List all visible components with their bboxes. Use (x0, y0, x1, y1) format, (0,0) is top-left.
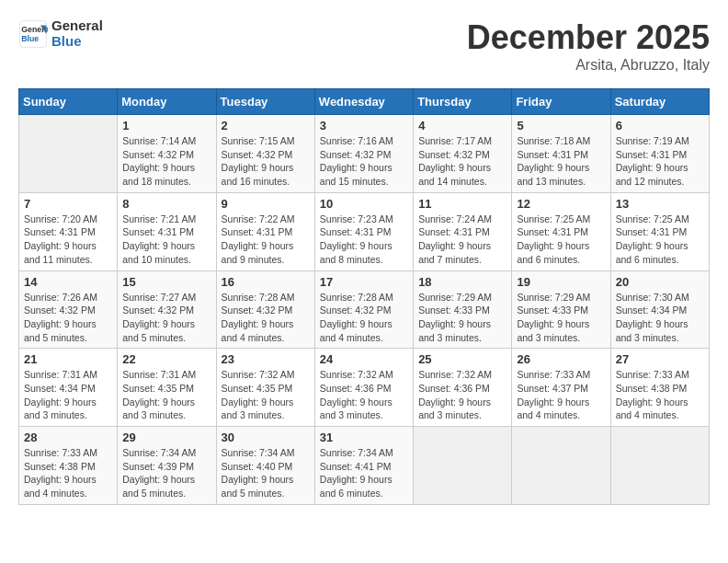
day-info: Sunrise: 7:31 AM Sunset: 4:34 PM Dayligh… (24, 368, 112, 422)
day-number: 13 (616, 197, 704, 211)
day-number: 30 (222, 431, 310, 444)
weekday-header: Tuesday (216, 89, 314, 115)
day-info: Sunrise: 7:32 AM Sunset: 4:36 PM Dayligh… (418, 368, 506, 422)
calendar-cell: 31 Sunrise: 7:34 AM Sunset: 4:41 PM Dayl… (314, 427, 413, 505)
weekday-header: Thursday (414, 89, 512, 115)
calendar-cell: 19 Sunrise: 7:29 AM Sunset: 4:33 PM Dayl… (512, 270, 610, 349)
day-info: Sunrise: 7:26 AM Sunset: 4:32 PM Dayligh… (24, 291, 112, 345)
day-info: Sunrise: 7:21 AM Sunset: 4:31 PM Dayligh… (122, 213, 210, 267)
day-info: Sunrise: 7:29 AM Sunset: 4:33 PM Dayligh… (418, 291, 506, 345)
calendar-cell: 16 Sunrise: 7:28 AM Sunset: 4:32 PM Dayl… (216, 270, 314, 349)
day-number: 22 (122, 352, 210, 366)
calendar-cell: 6 Sunrise: 7:19 AM Sunset: 4:31 PM Dayli… (610, 115, 709, 193)
day-info: Sunrise: 7:27 AM Sunset: 4:32 PM Dayligh… (122, 291, 210, 345)
calendar-cell: 25 Sunrise: 7:32 AM Sunset: 4:36 PM Dayl… (414, 349, 512, 427)
day-number: 15 (122, 275, 210, 289)
calendar-cell: 24 Sunrise: 7:32 AM Sunset: 4:36 PM Dayl… (314, 349, 413, 427)
day-info: Sunrise: 7:32 AM Sunset: 4:35 PM Dayligh… (222, 368, 310, 422)
calendar-cell (512, 427, 610, 505)
calendar-cell: 17 Sunrise: 7:28 AM Sunset: 4:32 PM Dayl… (314, 270, 413, 349)
calendar-week-row: 28 Sunrise: 7:33 AM Sunset: 4:38 PM Dayl… (19, 427, 710, 505)
day-info: Sunrise: 7:16 AM Sunset: 4:32 PM Dayligh… (320, 134, 408, 189)
day-number: 21 (24, 352, 112, 366)
calendar-cell (19, 115, 118, 193)
calendar-cell: 3 Sunrise: 7:16 AM Sunset: 4:32 PM Dayli… (314, 115, 413, 193)
calendar-cell: 7 Sunrise: 7:20 AM Sunset: 4:31 PM Dayli… (19, 192, 118, 270)
day-number: 6 (616, 119, 704, 132)
day-info: Sunrise: 7:15 AM Sunset: 4:32 PM Dayligh… (222, 134, 310, 189)
day-info: Sunrise: 7:34 AM Sunset: 4:39 PM Dayligh… (122, 446, 210, 500)
calendar-cell (414, 427, 512, 505)
day-info: Sunrise: 7:32 AM Sunset: 4:36 PM Dayligh… (320, 368, 408, 422)
day-number: 14 (24, 275, 112, 289)
location-title: Arsita, Abruzzo, Italy (467, 57, 710, 74)
day-info: Sunrise: 7:24 AM Sunset: 4:31 PM Dayligh… (418, 213, 506, 267)
day-info: Sunrise: 7:30 AM Sunset: 4:34 PM Dayligh… (616, 291, 704, 345)
calendar-cell: 21 Sunrise: 7:31 AM Sunset: 4:34 PM Dayl… (19, 349, 118, 427)
day-info: Sunrise: 7:14 AM Sunset: 4:32 PM Dayligh… (122, 134, 210, 189)
calendar-cell: 22 Sunrise: 7:31 AM Sunset: 4:35 PM Dayl… (118, 349, 216, 427)
day-number: 1 (122, 119, 210, 132)
day-info: Sunrise: 7:18 AM Sunset: 4:31 PM Dayligh… (517, 134, 605, 189)
day-number: 20 (616, 275, 704, 289)
day-number: 27 (616, 352, 704, 366)
calendar-cell: 10 Sunrise: 7:23 AM Sunset: 4:31 PM Dayl… (314, 192, 413, 270)
day-info: Sunrise: 7:25 AM Sunset: 4:31 PM Dayligh… (616, 213, 704, 267)
day-info: Sunrise: 7:20 AM Sunset: 4:31 PM Dayligh… (24, 213, 112, 267)
day-number: 24 (320, 352, 408, 366)
weekday-header: Wednesday (314, 89, 413, 115)
calendar-cell: 14 Sunrise: 7:26 AM Sunset: 4:32 PM Dayl… (19, 270, 118, 349)
day-number: 29 (122, 431, 210, 444)
calendar-cell: 26 Sunrise: 7:33 AM Sunset: 4:37 PM Dayl… (512, 349, 610, 427)
calendar-cell: 4 Sunrise: 7:17 AM Sunset: 4:32 PM Dayli… (414, 115, 512, 193)
day-number: 5 (517, 119, 605, 132)
day-number: 16 (222, 275, 310, 289)
title-block: December 2025 Arsita, Abruzzo, Italy (467, 18, 710, 74)
day-number: 26 (517, 352, 605, 366)
day-info: Sunrise: 7:33 AM Sunset: 4:38 PM Dayligh… (24, 446, 112, 500)
day-number: 10 (320, 197, 408, 211)
calendar-week-row: 21 Sunrise: 7:31 AM Sunset: 4:34 PM Dayl… (19, 349, 710, 427)
day-number: 11 (418, 197, 506, 211)
day-number: 25 (418, 352, 506, 366)
calendar-cell: 5 Sunrise: 7:18 AM Sunset: 4:31 PM Dayli… (512, 115, 610, 193)
logo-text-line2: Blue (51, 34, 103, 50)
day-number: 28 (24, 431, 112, 444)
day-info: Sunrise: 7:19 AM Sunset: 4:31 PM Dayligh… (616, 134, 704, 189)
day-info: Sunrise: 7:34 AM Sunset: 4:40 PM Dayligh… (222, 446, 310, 500)
calendar-table: SundayMondayTuesdayWednesdayThursdayFrid… (18, 88, 710, 505)
day-number: 18 (418, 275, 506, 289)
calendar-cell: 13 Sunrise: 7:25 AM Sunset: 4:31 PM Dayl… (610, 192, 709, 270)
weekday-header: Friday (512, 89, 610, 115)
weekday-header: Monday (118, 89, 216, 115)
calendar-cell: 18 Sunrise: 7:29 AM Sunset: 4:33 PM Dayl… (414, 270, 512, 349)
day-number: 4 (418, 119, 506, 132)
day-info: Sunrise: 7:17 AM Sunset: 4:32 PM Dayligh… (418, 134, 506, 189)
logo: General Blue General Blue (18, 18, 103, 49)
calendar-header: SundayMondayTuesdayWednesdayThursdayFrid… (19, 89, 710, 115)
month-title: December 2025 (467, 18, 710, 57)
day-info: Sunrise: 7:28 AM Sunset: 4:32 PM Dayligh… (222, 291, 310, 345)
calendar-cell: 27 Sunrise: 7:33 AM Sunset: 4:38 PM Dayl… (610, 349, 709, 427)
day-number: 9 (222, 197, 310, 211)
day-info: Sunrise: 7:34 AM Sunset: 4:41 PM Dayligh… (320, 446, 408, 500)
day-number: 31 (320, 431, 408, 444)
day-number: 19 (517, 275, 605, 289)
day-number: 12 (517, 197, 605, 211)
calendar-week-row: 7 Sunrise: 7:20 AM Sunset: 4:31 PM Dayli… (19, 192, 710, 270)
day-number: 3 (320, 119, 408, 132)
day-info: Sunrise: 7:31 AM Sunset: 4:35 PM Dayligh… (122, 368, 210, 422)
calendar-cell: 9 Sunrise: 7:22 AM Sunset: 4:31 PM Dayli… (216, 192, 314, 270)
logo-icon: General Blue (18, 19, 48, 49)
day-number: 23 (222, 352, 310, 366)
calendar-cell: 23 Sunrise: 7:32 AM Sunset: 4:35 PM Dayl… (216, 349, 314, 427)
day-number: 2 (222, 119, 310, 132)
day-number: 7 (24, 197, 112, 211)
calendar-cell: 20 Sunrise: 7:30 AM Sunset: 4:34 PM Dayl… (610, 270, 709, 349)
day-number: 17 (320, 275, 408, 289)
logo-text-line1: General (51, 18, 103, 34)
day-info: Sunrise: 7:25 AM Sunset: 4:31 PM Dayligh… (517, 213, 605, 267)
calendar-week-row: 1 Sunrise: 7:14 AM Sunset: 4:32 PM Dayli… (19, 115, 710, 193)
calendar-week-row: 14 Sunrise: 7:26 AM Sunset: 4:32 PM Dayl… (19, 270, 710, 349)
weekday-header: Saturday (610, 89, 709, 115)
